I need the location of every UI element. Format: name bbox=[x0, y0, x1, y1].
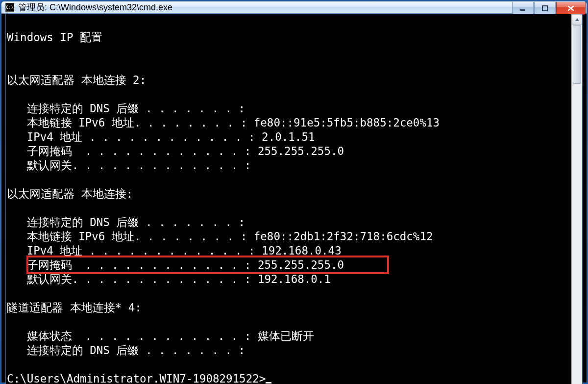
a2-ipv4-value: 192.168.0.43 bbox=[255, 244, 342, 257]
a2-mask-label: 子网掩码 bbox=[27, 258, 72, 271]
a1-mask-label: 子网掩码 bbox=[27, 145, 72, 157]
window-title: 管理员: C:\Windows\system32\cmd.exe bbox=[18, 1, 172, 13]
adapter-3-title: 隧道适配器 本地连接* 4: bbox=[7, 301, 142, 314]
vertical-scrollbar[interactable] bbox=[571, 14, 582, 384]
a3-media-label: 媒体状态 bbox=[27, 330, 72, 342]
a2-gw-value: 192.168.0.1 bbox=[251, 273, 331, 285]
a1-ipv6-label: 本地链接 IPv6 地址 bbox=[27, 116, 134, 129]
a2-mask-value: 255.255.255.0 bbox=[251, 258, 344, 271]
a1-ipv4-label: IPv4 地址 bbox=[27, 130, 83, 143]
a1-ipv4-value: 2.0.1.51 bbox=[255, 130, 315, 143]
close-button[interactable] bbox=[556, 2, 586, 15]
scroll-track[interactable] bbox=[572, 25, 582, 384]
a3-media-value: 媒体已断开 bbox=[251, 330, 314, 342]
a3-dns-label: 连接特定的 DNS 后缀 bbox=[27, 344, 139, 357]
a1-dns-label: 连接特定的 DNS 后缀 bbox=[27, 102, 139, 115]
a2-gw-label: 默认网关 bbox=[27, 273, 72, 285]
maximize-button[interactable] bbox=[534, 2, 556, 15]
a2-ipv6-label: 本地链接 IPv6 地址 bbox=[27, 230, 134, 243]
app-icon: C:\ bbox=[5, 3, 14, 12]
a2-dns-label: 连接特定的 DNS 后缀 bbox=[27, 216, 139, 229]
minimize-button[interactable] bbox=[512, 2, 534, 15]
a1-gw-label: 默认网关 bbox=[27, 159, 72, 172]
svg-rect-1 bbox=[542, 6, 547, 11]
prompt[interactable]: C:\Users\Administrator.WIN7-1908291522> bbox=[7, 372, 266, 384]
cursor-icon bbox=[266, 382, 271, 384]
scroll-up-button[interactable] bbox=[572, 14, 582, 25]
svg-rect-0 bbox=[520, 9, 525, 11]
a2-ipv4-label: IPv4 地址 bbox=[27, 244, 83, 257]
a1-mask-value: 255.255.255.0 bbox=[251, 145, 344, 157]
adapter-2-title: 以太网适配器 本地连接: bbox=[7, 187, 133, 200]
console-output[interactable]: Windows IP 配置 以太网适配器 本地连接 2: 连接特定的 DNS 后… bbox=[6, 14, 571, 384]
ipconfig-header: Windows IP 配置 bbox=[7, 31, 102, 44]
a1-ipv6-value: fe80::91e5:5fb5:b885:2ce0%13 bbox=[247, 116, 440, 129]
cmd-window: C:\ 管理员: C:\Windows\system32\cmd.exe Win… bbox=[1, 1, 587, 383]
window-buttons bbox=[512, 2, 586, 15]
a2-ipv6-value: fe80::2db1:2f32:718:6cdc%12 bbox=[247, 230, 433, 243]
titlebar[interactable]: C:\ 管理员: C:\Windows\system32\cmd.exe bbox=[1, 1, 587, 14]
adapter-1-title: 以太网适配器 本地连接 2: bbox=[7, 74, 146, 86]
client-area: Windows IP 配置 以太网适配器 本地连接 2: 连接特定的 DNS 后… bbox=[5, 14, 583, 384]
scroll-thumb[interactable] bbox=[573, 25, 581, 84]
